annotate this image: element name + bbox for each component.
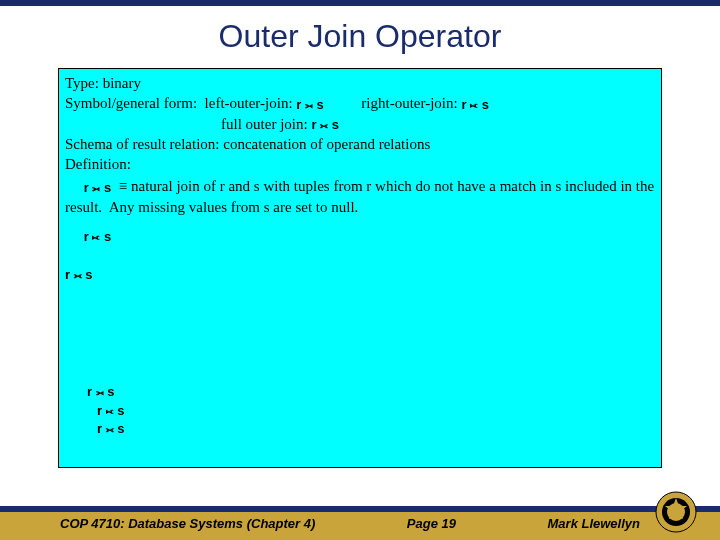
right-outer-join-icon: r ⟖ s: [97, 402, 125, 420]
full-outer-join-icon: r ⟗ s: [97, 420, 125, 438]
left-outer-join-icon: r ⟕ s: [296, 96, 324, 114]
equiv-symbol: ≡: [119, 178, 127, 194]
right-outer-join-icon: r ⟖ s: [84, 228, 112, 246]
left-join-label: left-outer-join:: [205, 95, 293, 111]
top-accent-bar: [0, 0, 720, 6]
type-line: Type: binary: [65, 73, 655, 93]
definition-body: r ⟕ s ≡ natural join of r and s with tup…: [65, 176, 655, 217]
full-join-label: full outer join:: [221, 116, 308, 132]
full-outer-join-icon: r ⟗ s: [311, 116, 339, 134]
full-outer-join-icon: r ⟗ s: [65, 266, 93, 284]
slide-title: Outer Join Operator: [0, 18, 720, 55]
ucf-logo-icon: [654, 490, 698, 534]
definition-label: Definition:: [65, 154, 655, 174]
footer-right: Mark Llewellyn: [548, 516, 640, 531]
isolated-sym-1: r ⟖ s: [65, 225, 655, 245]
definition-text: natural join of r and s with tuples from…: [65, 178, 654, 214]
def-left-join-icon: r ⟕ s: [84, 179, 112, 197]
right-join-label: right-outer-join:: [361, 95, 457, 111]
content-box: Type: binary Symbol/general form: left-o…: [58, 68, 662, 468]
schema-line: Schema of result relation: concatenation…: [65, 134, 655, 154]
footer-left: COP 4710: Database Systems (Chapter 4): [60, 516, 315, 531]
footer-text: COP 4710: Database Systems (Chapter 4) P…: [60, 516, 640, 531]
footer-center: Page 19: [407, 516, 456, 531]
isolated-sym-2: r ⟗ s: [65, 263, 655, 283]
symbol-prefix: Symbol/general form:: [65, 95, 205, 111]
right-outer-join-icon: r ⟖ s: [461, 96, 489, 114]
left-outer-join-icon: r ⟕ s: [87, 383, 125, 401]
symbol-line: Symbol/general form: left-outer-join: r …: [65, 93, 655, 113]
full-join-line: full outer join: r ⟗ s: [221, 114, 655, 134]
bottom-symbol-stack: r ⟕ s r ⟖ s r ⟗ s: [87, 382, 125, 439]
footer: COP 4710: Database Systems (Chapter 4) P…: [0, 486, 720, 540]
